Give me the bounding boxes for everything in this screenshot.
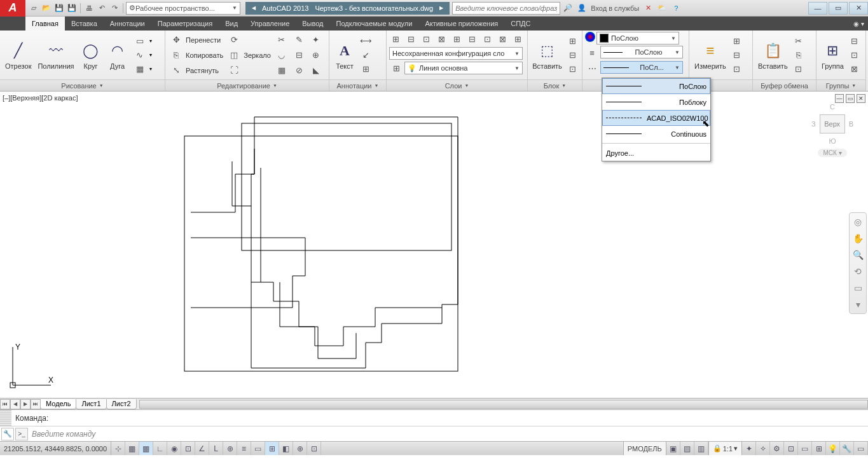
sb-r11-icon[interactable]: 🔧 [840,442,854,455]
annotation-scale[interactable]: 🔒 1:1 ▾ [708,442,742,455]
cmd-drag-handle[interactable] [0,410,11,426]
move-button[interactable]: ✥Перенести [168,33,224,47]
line-button[interactable]: ╱ Отрезок [3,39,34,71]
leader-icon[interactable]: ↙ [359,48,373,62]
table-icon[interactable]: ⊞ [359,62,373,76]
layout-tab-2[interactable]: Лист2 [106,399,137,409]
qat-undo-icon[interactable]: ↶ [96,3,107,14]
stretch-button[interactable]: ⤡Растянуть [168,64,224,78]
play-icon[interactable]: ▶ [439,5,443,11]
sb-grid-icon[interactable]: ▦ [125,442,139,455]
qat-plot-icon[interactable]: 🖶 [83,3,95,14]
measure-button[interactable]: ≡ Измерить [692,39,729,71]
chamfer-icon[interactable]: ◣ [309,64,323,78]
tab-activeapps[interactable]: Активные приложения [418,17,504,31]
qat-new-icon[interactable]: ▱ [28,3,39,14]
sb-r1-icon[interactable]: ▣ [666,442,680,455]
join-icon[interactable]: ⊕ [309,48,323,62]
layer-icon7[interactable]: ⊡ [480,32,494,46]
viewcube-face[interactable]: Верх [820,114,845,133]
layer-icon9[interactable]: ⊞ [511,32,525,46]
coordinates[interactable]: 21205.1512, 43449.8825, 0.0000 [0,442,111,455]
layerstate-icon[interactable]: ⊞ [389,32,403,46]
tab-home[interactable]: Главная [25,17,65,31]
cut-icon[interactable]: ✂ [792,34,806,48]
nav-zoom-icon[interactable]: 🔍 [851,249,864,261]
layout-first-icon[interactable]: ⏮ [0,399,10,409]
dd-other[interactable]: Другое... [602,145,710,161]
layer-icon6[interactable]: ⊟ [465,32,479,46]
panel-group-title[interactable]: Группы▼ [816,79,865,91]
group-button[interactable]: ⊞ Группа [819,39,846,71]
insert-block-button[interactable]: ⬚ Вставить [530,39,564,71]
linetype-combo[interactable]: ПоСл...▼ [600,61,683,74]
layerstate-combo[interactable]: Несохраненная конфигурация сло▼ [389,47,523,60]
command-input[interactable]: Введите команду [28,430,868,439]
nav-orbit-icon[interactable]: ⟲ [851,265,864,278]
sb-r12-icon[interactable]: ▭ [854,442,868,455]
workspace-combo[interactable]: ⚙ Рабочее пространство... ▼ [126,2,240,15]
panel-draw-title[interactable]: Рисование▼ [0,79,165,91]
sb-r4-icon[interactable]: ✦ [742,442,756,455]
viewcube[interactable]: С З Верх В Ю МСК ▾ [807,103,858,179]
status-model[interactable]: РМОДЕЛЬ [623,442,666,455]
sb-extra-icon[interactable]: ⊡ [307,442,321,455]
tab-plugins[interactable]: Подключаемые модули [330,17,419,31]
sb-r8-icon[interactable]: ▭ [798,442,812,455]
panel-modify-title[interactable]: Редактирование▼ [165,79,329,91]
sb-am-icon[interactable]: ⊕ [293,442,307,455]
minimize-button[interactable]: — [808,2,827,15]
tab-parametric[interactable]: Параметризация [151,17,219,31]
qat-save-icon[interactable]: 💾 [53,3,65,14]
paste-button[interactable]: 📋 Вставить [755,39,790,71]
nav-pan-icon[interactable]: ✋ [851,232,864,245]
tab-spds[interactable]: СПДС [504,17,537,31]
copy-button[interactable]: ⎘Копировать [168,48,224,62]
util-icon3[interactable]: ⊡ [730,62,744,76]
sb-qp-icon[interactable]: ⊞ [265,442,279,455]
rotate-button[interactable]: ⟳ [226,33,272,47]
maximize-button[interactable]: ▭ [829,2,848,15]
doc-min-icon[interactable]: — [835,94,844,103]
explode-icon[interactable]: ✦ [309,33,323,47]
qat-saveas-icon[interactable]: 💾 [66,3,78,14]
sb-r6-icon[interactable]: ⚙ [770,442,784,455]
layout-last-icon[interactable]: ⏭ [31,399,41,409]
offset-icon[interactable]: ⊟ [293,48,307,62]
sb-3dosnap-icon[interactable]: ⊡ [181,442,195,455]
layer-icon8[interactable]: ⊠ [495,32,509,46]
help-icon[interactable]: ? [671,3,681,13]
spline-icon[interactable]: ∿ [133,48,147,62]
clip-icon3[interactable]: ⊡ [792,62,806,76]
layer-props-icon[interactable]: ⊞ [389,61,403,75]
exchange-icon[interactable]: ✕ [643,3,653,13]
panel-layers-title[interactable]: Слои▼ [387,79,527,91]
sb-r5-icon[interactable]: ✧ [756,442,770,455]
panel-annot-title[interactable]: Аннотации▼ [329,79,386,91]
nav-more-icon[interactable]: ▾ [851,298,864,311]
infocenter-search[interactable] [452,2,560,15]
nav-show-icon[interactable]: ▭ [851,282,864,294]
polyline-button[interactable]: 〰 Полилиния [35,39,76,71]
layout-prev-icon[interactable]: ◀ [10,399,20,409]
layout-next-icon[interactable]: ▶ [20,399,31,409]
rect-icon[interactable]: ▭ [133,34,147,48]
sb-snap-icon[interactable]: ⊹ [111,442,125,455]
layout-tab-model[interactable]: Модель [40,399,76,409]
sb-r10-icon[interactable]: 💡 [826,442,840,455]
dd-byblock[interactable]: Поблоку [602,94,710,110]
util-icon1[interactable]: ⊞ [730,34,744,48]
group-icon3[interactable]: ⊠ [848,62,862,76]
copy-clip-icon[interactable]: ⎘ [792,48,806,62]
util-icon2[interactable]: ⊟ [730,48,744,62]
color-combo[interactable]: ПоСлою▼ [596,32,679,44]
close-button[interactable]: ✕ [849,2,868,15]
qat-redo-icon[interactable]: ↷ [109,3,120,14]
layer-icon5[interactable]: ⊞ [450,32,464,46]
block-icon2[interactable]: ⊟ [565,48,579,62]
scale-button[interactable]: ⛶ [226,64,272,78]
layer-icon2[interactable]: ⊟ [404,32,418,46]
block-icon3[interactable]: ⊡ [565,62,579,76]
wcs-badge[interactable]: МСК ▾ [818,149,846,157]
layer-icon4[interactable]: ⊠ [435,32,449,46]
